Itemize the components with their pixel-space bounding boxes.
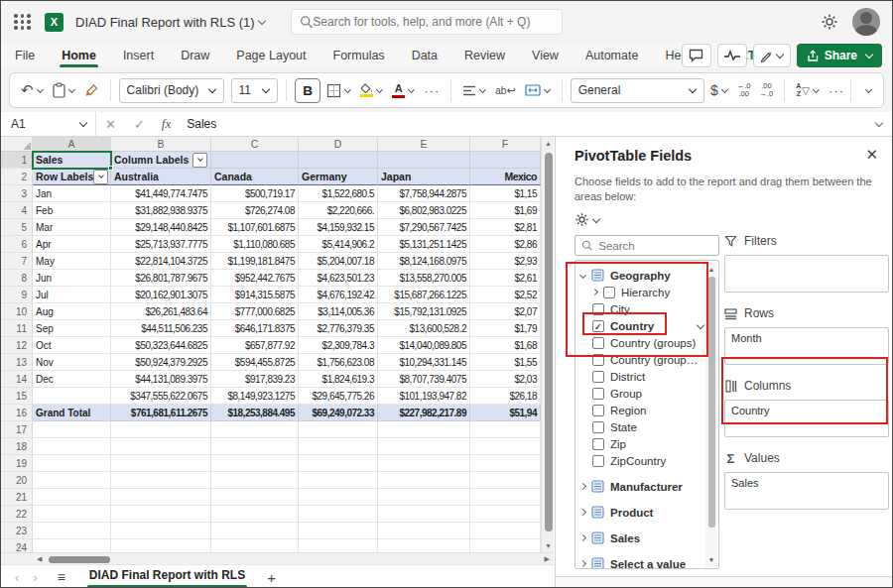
next-sheet-button[interactable]: › [33,570,37,585]
checkbox[interactable] [592,438,604,450]
cell-A22[interactable] [33,506,111,523]
field-item-hierarchy[interactable]: Hierarchy [575,284,718,300]
bold-button[interactable]: B [295,78,320,103]
cell-subtotal-value[interactable]: $347,555,622.0675 [111,388,211,405]
ribbon-tab-draw[interactable]: Draw [181,43,209,68]
horizontal-scroll-thumb[interactable] [49,556,110,563]
column-header-C[interactable]: C [211,137,299,152]
ribbon-tab-file[interactable]: File [15,43,35,68]
cell-value[interactable]: $1,68 [470,337,541,354]
cell-B18[interactable] [111,438,211,455]
merge-cells-button[interactable] [522,81,554,99]
field-table-geography[interactable]: Geography [575,267,718,284]
columns-drop-area[interactable]: Country [724,400,889,437]
cell-value[interactable]: $1,199,181.8475 [211,253,299,270]
cell-F20[interactable] [470,472,541,489]
cell-value[interactable]: $13,558,270.005 [378,270,470,287]
row-header-12[interactable]: 12 [1,337,33,354]
ribbon-tab-view[interactable]: View [532,43,559,68]
row-header-8[interactable]: 8 [1,270,33,287]
cell-value[interactable]: $4,676,192.42 [299,287,378,303]
cell-C18[interactable] [211,438,299,455]
row-header-20[interactable]: 20 [1,472,33,489]
row-header-16[interactable]: 16 [1,405,33,421]
cell-C23[interactable] [211,523,299,539]
cell-value[interactable]: $22,814,104.3725 [111,253,211,270]
rows-drop-area[interactable]: Month [724,327,889,365]
cell-value[interactable]: $29,148,440.8425 [111,219,211,236]
cell-E18[interactable] [378,438,470,455]
cell-subtotal-value[interactable]: $101,193,947.82 [378,388,470,405]
cell-value[interactable]: $1,79 [470,320,541,337]
checkbox[interactable] [592,405,604,416]
name-box[interactable]: A1 [1,112,96,136]
cell-F17[interactable] [470,421,541,438]
cell-value[interactable]: $3,114,005.36 [299,303,378,320]
cell-value[interactable]: $2,61 [470,270,541,287]
cell-value[interactable]: $5,131,251.1425 [378,236,470,253]
field-search-box[interactable] [574,235,719,256]
cell-value[interactable]: $15,687,266.1225 [378,287,470,303]
checkbox[interactable] [592,388,604,400]
cell-value[interactable]: $15,792,131.0925 [378,303,470,320]
cell-country-australia[interactable]: Australia [111,169,211,185]
row-header-22[interactable]: 22 [1,506,33,523]
cell-D23[interactable] [299,523,378,539]
cell-value[interactable]: $50,323,644.6825 [111,337,211,354]
cell-E20[interactable] [378,472,470,489]
cell-value[interactable]: $8,707,739.4075 [378,371,470,388]
cell-C22[interactable] [211,506,299,523]
cell-A17[interactable] [33,421,111,438]
cell-value[interactable]: $7,758,944.2875 [378,185,470,202]
cell-value[interactable]: $914,315.5875 [211,287,299,303]
row-header-18[interactable]: 18 [1,438,33,455]
filters-drop-area[interactable] [724,255,889,293]
row-header-11[interactable]: 11 [1,320,33,337]
cell-value[interactable]: $4,623,501.23 [299,270,378,287]
cell-D17[interactable] [299,421,378,438]
cell-month-feb[interactable]: Feb [33,202,111,219]
search-input[interactable] [313,15,554,29]
cell-E22[interactable] [378,506,470,523]
cell-F18[interactable] [470,438,541,455]
field-item-state[interactable]: State [575,418,718,435]
field-item-zipcountry[interactable]: ZipCountry [575,452,718,469]
cell-value[interactable]: $41,449,774.7475 [111,185,211,202]
row-header-6[interactable]: 6 [1,236,33,253]
ribbon-tab-review[interactable]: Review [464,43,505,68]
cell-country-japan[interactable]: Japan [378,169,470,185]
column-header-B[interactable]: B [111,137,211,152]
column-header-A[interactable]: A [33,137,111,152]
sort-filter-button[interactable]: AZ ▽ [793,79,823,100]
cell-D22[interactable] [299,506,378,523]
settings-gear-icon[interactable] [821,13,838,31]
area-field-sales[interactable]: Sales [731,477,882,489]
cell-F19[interactable] [470,455,541,472]
fill-color-button[interactable] [357,80,386,100]
horizontal-scrollbar[interactable]: ◀ ▶ [1,552,554,564]
global-search[interactable] [291,9,563,35]
field-list-scroll-thumb[interactable] [708,277,715,528]
cell-month-may[interactable]: May [33,253,111,270]
cell-E21[interactable] [378,489,470,506]
cell-value[interactable]: $1,824,619.3 [299,371,378,388]
wrap-text-button[interactable]: ab↩ [492,81,518,100]
cell-C21[interactable] [211,489,299,506]
cell-month-dec[interactable]: Dec [33,371,111,388]
cell-value[interactable]: $1,69 [470,202,541,219]
ribbon-tab-formulas[interactable]: Formulas [333,43,385,68]
cell-subtotal-value[interactable]: $8,149,923.1275 [211,388,299,405]
alignment-button[interactable] [459,82,489,99]
cell-grand-total-value[interactable]: $69,249,072.33 [299,405,378,421]
cell-B22[interactable] [111,506,211,523]
checkbox[interactable] [592,455,604,467]
checkbox[interactable] [592,303,604,315]
cell-value[interactable]: $777,000.6825 [211,303,299,320]
cell-value[interactable]: $1,15 [470,185,541,202]
cell-value[interactable]: $2,220,666. [299,202,378,219]
insert-function-button[interactable]: fx [162,116,171,132]
cell-F22[interactable] [470,506,541,523]
cell-month-nov[interactable]: Nov [33,354,111,371]
cell-C24[interactable] [211,539,299,552]
scroll-down-arrow[interactable]: ▼ [705,556,717,563]
